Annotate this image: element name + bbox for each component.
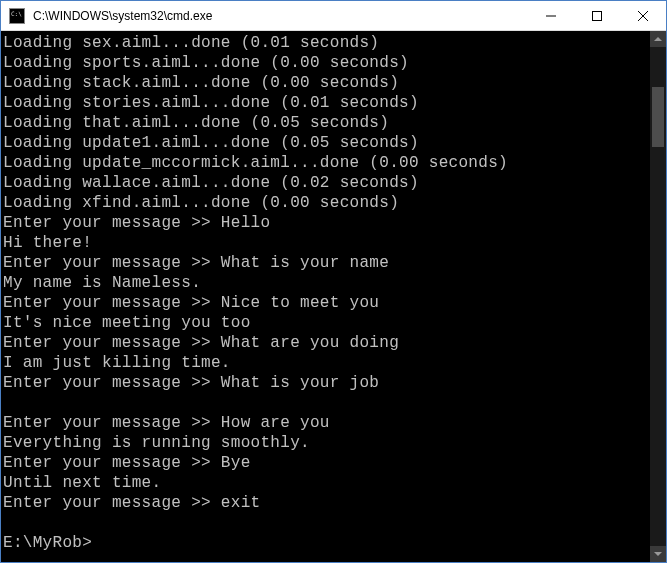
scroll-up-button[interactable] — [650, 31, 666, 47]
cmd-window: C:\WINDOWS\system32\cmd.exe Loading sex.… — [0, 0, 667, 563]
close-button[interactable] — [620, 1, 666, 30]
chevron-up-icon — [654, 37, 662, 41]
close-icon — [638, 11, 648, 21]
titlebar[interactable]: C:\WINDOWS\system32\cmd.exe — [1, 1, 666, 31]
maximize-icon — [592, 11, 602, 21]
scroll-down-button[interactable] — [650, 546, 666, 562]
window-title: C:\WINDOWS\system32\cmd.exe — [31, 9, 528, 23]
maximize-button[interactable] — [574, 1, 620, 30]
scrollbar-thumb[interactable] — [652, 87, 664, 147]
svg-marker-5 — [654, 552, 662, 556]
minimize-button[interactable] — [528, 1, 574, 30]
window-controls — [528, 1, 666, 30]
minimize-icon — [546, 11, 556, 21]
vertical-scrollbar[interactable] — [650, 31, 666, 562]
svg-rect-1 — [593, 11, 602, 20]
chevron-down-icon — [654, 552, 662, 556]
scrollbar-track[interactable] — [650, 47, 666, 546]
cmd-icon — [9, 8, 25, 24]
terminal-area: Loading sex.aiml...done (0.01 seconds) L… — [1, 31, 666, 562]
terminal-output[interactable]: Loading sex.aiml...done (0.01 seconds) L… — [1, 31, 650, 562]
svg-marker-4 — [654, 37, 662, 41]
